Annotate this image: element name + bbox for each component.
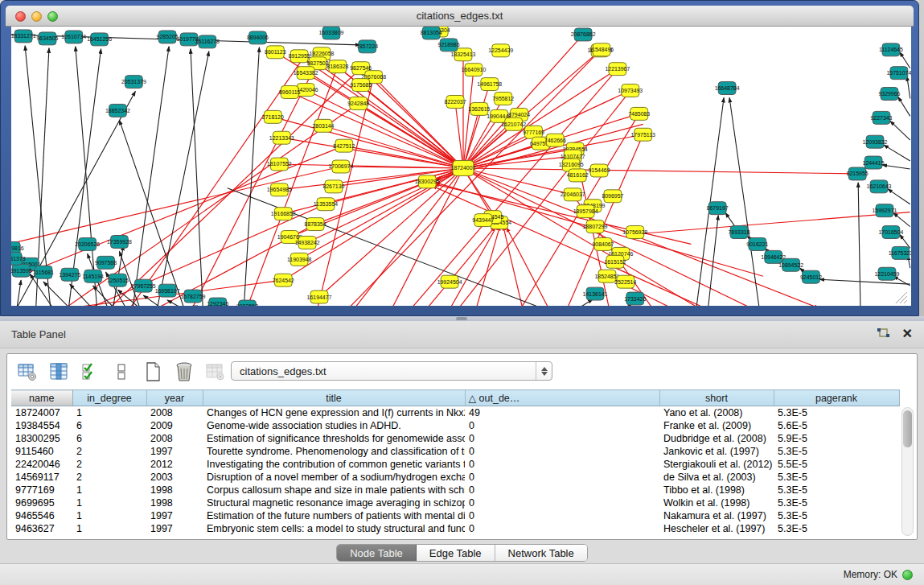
table-settings-icon[interactable] [17,361,38,382]
graph-node[interactable]: 19654985 [267,183,292,196]
graph-node[interactable]: 9175685 [350,79,372,92]
graph-node[interactable]: 8215955 [847,167,869,180]
table-row[interactable]: 911546021997Tourette syndrome. Phenomeno… [11,445,899,458]
table-cell[interactable]: 2008 [146,406,203,419]
graph-node[interactable]: 11548496 [589,43,614,56]
network-window-titlebar[interactable]: citations_edges.txt [6,6,914,27]
graph-node[interactable]: 2522514 [614,275,636,288]
graph-node[interactable]: 18300295 [415,175,440,188]
table-cell[interactable]: 5.5E-5 [774,458,899,471]
table-cell[interactable]: 0 [465,509,659,522]
network-select[interactable]: citations_edges.txt [231,361,552,381]
table-cell[interactable]: 2 [72,458,146,471]
table-cell[interactable]: 5.3E-5 [774,484,899,496]
table-row[interactable]: 969969511998Structural magnetic resonanc… [11,496,899,509]
graph-node[interactable]: 16640910 [461,64,486,76]
graph-node[interactable]: 11903948 [287,253,311,266]
graph-node[interactable]: 8813054 [421,27,442,39]
graph-node[interactable]: 9218986 [438,39,460,51]
table-cell[interactable]: Jankovic et al. (1997) [659,445,774,458]
table-column-icon[interactable] [48,361,69,382]
table-cell[interactable]: 49 [465,406,659,419]
table-row[interactable]: 1456911722003Disruption of a novel membe… [11,471,899,484]
table-cell[interactable]: Disruption of a novel member of a sodium… [203,471,465,484]
graph-node[interactable]: 14938242 [295,236,320,249]
table-cell[interactable]: Corpus callosum shape and size in male p… [203,484,465,496]
graph-node[interactable]: 17359928 [107,236,132,249]
table-cell[interactable]: 6 [72,432,146,445]
table-cell[interactable]: 2008 [146,432,203,445]
table-cell[interactable]: 0 [465,471,659,484]
graph-node[interactable]: 9016221 [746,237,768,250]
graph-node[interactable]: 11675323 [889,246,911,259]
table-cell[interactable]: 5.3E-5 [774,406,899,419]
float-panel-icon[interactable] [877,328,891,340]
network-view-window[interactable]: citations_edges.txt 18724007183002958601… [0,0,919,316]
table-cell[interactable]: 18300295 [11,432,72,445]
graph-node[interactable]: 18807299 [583,220,608,233]
graph-node[interactable]: 4816162 [567,169,589,182]
graph-node[interactable]: 8960115 [279,86,301,99]
graph-node[interactable]: 8096957 [602,190,623,203]
table-cell[interactable]: 1998 [146,484,203,496]
table-cell[interactable]: Embryonic stem cells: a model to study s… [203,522,465,535]
tab-edge-table[interactable]: Edge Table [417,545,495,561]
graph-node[interactable]: 8427512 [333,139,355,152]
graph-node[interactable]: 16958107 [155,284,180,297]
graph-node[interactable]: 1292346 [207,298,228,306]
graph-node[interactable]: 8679197 [707,202,729,215]
graph-node[interactable]: 7462666 [544,134,566,146]
table-cell[interactable]: 0 [465,419,659,432]
tab-network-table[interactable]: Network Table [495,545,587,561]
table-row[interactable]: 946554611997Estimation of the future num… [11,509,899,522]
graph-node[interactable]: 12610734 [61,31,86,43]
table-scrollbar[interactable] [901,407,914,536]
graph-node[interactable]: 7485083 [628,107,650,120]
graph-node[interactable]: 12210459 [875,267,900,280]
table-cell[interactable]: 5.3E-5 [774,471,899,484]
table-cell[interactable]: 0 [465,522,659,535]
graph-node[interactable]: 9084067 [592,237,614,250]
graph-node[interactable]: 12254439 [488,44,513,57]
graph-node[interactable]: 16782759 [180,290,205,303]
graph-node[interactable]: 9285205 [157,31,179,43]
table-row[interactable]: 2242004622012Investigating the contribut… [11,458,899,471]
column-header[interactable]: name [11,390,72,406]
table-cell[interactable]: Nakamura et al. (1997) [659,509,774,522]
table-cell[interactable]: 1 [72,484,146,496]
graph-node[interactable]: 1115681 [33,266,54,278]
graph-node[interactable]: 16116278 [195,35,220,48]
network-canvas[interactable]: 1872400718300295860112389129551822605898… [11,27,911,306]
graph-node[interactable]: 8878354 [305,218,326,231]
column-header[interactable]: year [146,390,203,406]
table-row[interactable]: 1938455462009Genome-wide association stu… [11,419,899,432]
table-row[interactable]: 1830029562008Estimation of significance … [11,432,899,445]
table-cell[interactable]: 2003 [146,471,203,484]
table-row[interactable]: 1872400712008Changes of HCN gene express… [11,406,899,419]
table-cell[interactable]: 1998 [146,496,203,509]
graph-node[interactable]: 9245012 [800,270,822,283]
graph-node[interactable]: 9329966 [878,88,900,101]
graph-node[interactable]: 17975113 [631,128,655,141]
table-cell[interactable]: 19384554 [11,419,72,432]
table-cell[interactable]: 5.6E-5 [774,419,899,432]
graph-node[interactable]: 16210643 [867,180,892,193]
table-cell[interactable]: 1997 [146,509,203,522]
table-cell[interactable]: Changes of HCN gene expression and I(f) … [203,406,465,419]
select-rows-icon[interactable] [80,361,101,382]
graph-node[interactable]: 9242848 [347,97,369,109]
graph-node[interactable]: 18852342 [105,104,130,117]
graph-node[interactable]: 8894006 [247,31,269,44]
column-header[interactable]: pagerank [774,390,899,406]
table-cell[interactable]: Structural magnetic resonance image aver… [203,496,465,509]
table-cell[interactable]: 5.3E-5 [774,496,899,509]
table-row[interactable]: 977716911998Corpus callosum shape and si… [11,484,899,496]
graph-node[interactable]: 9097588 [95,256,117,269]
graph-node[interactable]: 1733426 [624,292,646,305]
table-cell[interactable]: 1997 [146,522,203,535]
graph-node[interactable]: 1244415 [863,156,885,169]
graph-node[interactable]: 8222037 [445,96,466,109]
graph-node[interactable]: 12213967 [605,63,630,76]
graph-node[interactable]: 17006974 [328,160,353,173]
trash-icon[interactable] [174,361,195,382]
